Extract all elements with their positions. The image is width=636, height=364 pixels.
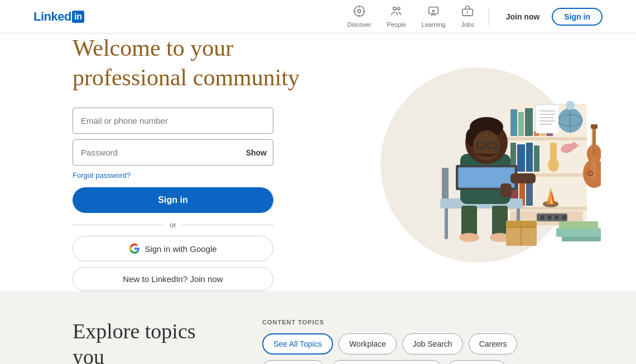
site-header: Linkedin Discover [0,0,636,33]
welcome-title: Welcome to your professional community [73,33,307,92]
linkedin-logo[interactable]: Linkedin [33,9,84,24]
nav-learning-label: Learning [422,21,446,28]
topic-see-all[interactable]: See All Topics [262,333,333,355]
topic-careers[interactable]: Careers [469,333,518,355]
or-line-left [73,225,164,225]
topic-workplace[interactable]: Workplace [339,333,397,355]
explore-section: Explore topics you are interested in CON… [0,291,636,364]
email-input[interactable] [73,108,273,134]
join-now-button[interactable]: Join now [498,9,548,25]
topics-grid: See All Topics Workplace Job Search Care… [262,333,563,364]
main-nav: Discover People Learning [342,3,603,30]
svg-point-1 [358,9,361,13]
join-now-main-button[interactable]: New to LinkedIn? Join now [73,267,273,291]
topics-area: CONTENT TOPICS See All Topics Workplace … [262,319,563,364]
or-divider: or [73,221,273,229]
nav-divider [489,8,489,26]
learning-icon [427,5,440,20]
google-icon [129,243,140,254]
nav-discover-label: Discover [348,21,372,28]
svg-point-53 [540,215,545,220]
logo-linked: Linked [33,9,71,24]
svg-point-54 [547,215,552,220]
svg-point-56 [562,215,566,220]
explore-title-area: Explore topics you are interested in [73,319,218,364]
nav-jobs-label: Jobs [461,21,474,28]
svg-rect-17 [510,109,517,136]
password-wrapper: Show [73,139,273,166]
hero-illustration [322,56,601,268]
svg-rect-58 [556,228,601,237]
svg-point-26 [566,101,575,110]
nav-learning[interactable]: Learning [416,3,451,30]
svg-rect-74 [510,173,536,183]
login-panel: Welcome to your professional community S… [73,33,307,291]
svg-point-6 [393,7,397,11]
svg-rect-89 [536,105,558,133]
svg-point-67 [459,233,479,242]
topic-interviewing[interactable]: Interviewing [262,360,325,364]
show-password-button[interactable]: Show [246,148,267,157]
svg-point-34 [571,142,577,149]
topic-internships[interactable]: Internships [447,360,507,364]
svg-rect-46 [591,124,598,129]
topic-salary[interactable]: Salary and Compensation [331,360,442,364]
svg-point-55 [555,215,559,220]
svg-rect-29 [526,143,533,172]
google-signin-button[interactable]: Sign in with Google [73,236,273,261]
svg-rect-28 [517,144,525,172]
google-signin-label: Sign in with Google [144,244,216,254]
svg-rect-75 [500,183,512,197]
people-icon [390,5,402,20]
email-group [73,108,307,134]
nav-people-label: People [387,21,406,28]
svg-rect-65 [461,206,477,236]
nav-people[interactable]: People [381,3,411,30]
discover-icon [353,5,365,20]
or-line-right [182,225,273,225]
svg-point-7 [398,7,401,10]
logo-in: in [72,11,84,23]
forgot-password-link[interactable]: Forgot password? [73,171,307,179]
svg-rect-59 [559,221,598,229]
svg-rect-32 [550,143,557,165]
svg-rect-14 [506,137,587,140]
svg-rect-19 [525,108,533,136]
main-section: Welcome to your professional community S… [0,33,636,291]
sign-in-button[interactable]: Sign in [73,187,273,213]
or-text: or [164,221,182,229]
topic-job-search[interactable]: Job Search [402,333,463,355]
content-topics-label: CONTENT TOPICS [262,319,563,326]
explore-title: Explore topics you are interested in [73,319,218,364]
nav-discover[interactable]: Discover [342,3,377,30]
nav-jobs[interactable]: Jobs [455,3,479,30]
password-group: Show [73,139,307,166]
svg-rect-18 [518,112,524,136]
logo-area: Linkedin [33,9,84,24]
svg-marker-9 [432,9,435,13]
svg-rect-30 [534,145,539,172]
svg-rect-66 [492,206,508,236]
jobs-icon [461,5,474,20]
svg-rect-61 [445,206,448,239]
illustration-panel [286,33,636,291]
password-input[interactable] [73,139,273,166]
header-signin-button[interactable]: Sign in [552,8,603,26]
